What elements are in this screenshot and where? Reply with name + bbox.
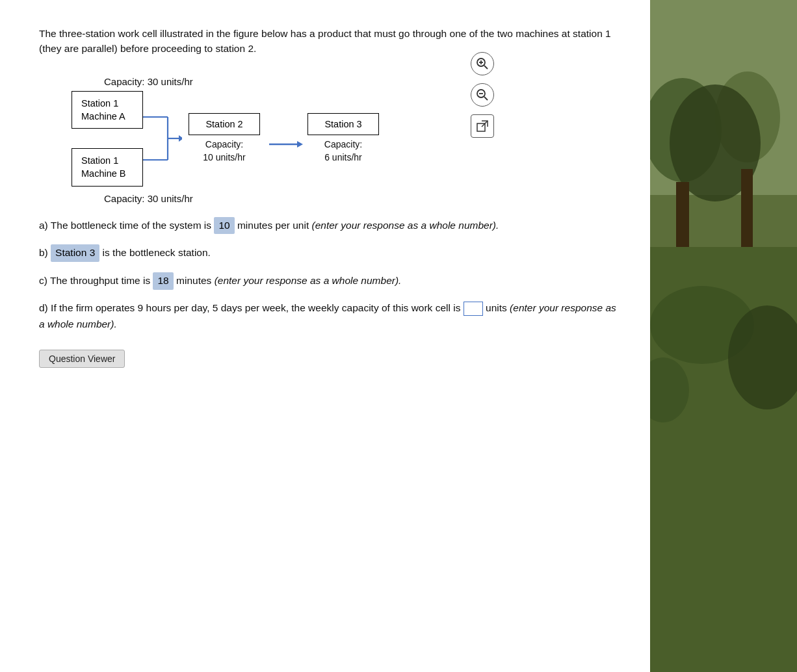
capacity-top-label: Capacity: 30 units/hr — [104, 76, 193, 87]
question-c-answer: 18 — [153, 272, 173, 290]
toolbar — [471, 52, 494, 138]
question-d-suffix: units — [486, 302, 507, 313]
question-b-suffix: is the bottleneck station. — [103, 247, 211, 258]
bracket-svg — [143, 103, 182, 174]
question-c: c) The throughput time is 18 minutes (en… — [39, 272, 618, 290]
right-scenic-panel — [650, 0, 797, 672]
external-link-button[interactable] — [471, 114, 494, 138]
zoom-in-button[interactable] — [471, 52, 494, 75]
question-b-answer: Station 3 — [51, 244, 99, 262]
question-c-prefix: c) The throughput time is — [39, 275, 150, 286]
question-d-prefix: d) If the firm operates 9 hours per day,… — [39, 302, 460, 313]
station1a-line2: Machine A — [81, 111, 125, 122]
zoom-out-button[interactable] — [471, 83, 494, 107]
question-c-italic: (enter your response as a whole number). — [215, 275, 402, 286]
station3-group: Station 3 Capacity: 6 units/hr — [307, 113, 379, 164]
arrow-to-station3 — [269, 123, 305, 153]
station1b-line2: Machine B — [81, 168, 126, 179]
capacity-bottom-label: Capacity: 30 units/hr — [104, 193, 193, 204]
intro-paragraph: The three-station work cell illustrated … — [39, 26, 618, 57]
zoom-in-icon — [476, 57, 489, 70]
question-a: a) The bottleneck time of the system is … — [39, 217, 618, 235]
station1b-box: Station 1 Machine B — [72, 148, 143, 187]
station1-column: Station 1 Machine A Station 1 Machine B — [72, 91, 143, 187]
question-d-input[interactable] — [464, 302, 483, 316]
scenic-background — [650, 0, 797, 672]
diagram: Capacity: 30 units/hr Station 1 Machine … — [39, 76, 618, 204]
station3-capacity-label: Capacity: — [324, 139, 362, 149]
station3-box: Station 3 — [307, 113, 379, 135]
station2-capacity-label: Capacity: — [205, 139, 243, 149]
arrow-svg — [269, 135, 305, 153]
svg-line-1 — [484, 66, 488, 69]
svg-rect-21 — [676, 182, 689, 247]
question-a-suffix: minutes per unit — [237, 220, 309, 231]
question-a-prefix: a) The bottleneck time of the system is — [39, 220, 211, 231]
station2-capacity-value: 10 units/hr — [203, 152, 245, 162]
questions-section: a) The bottleneck time of the system is … — [39, 217, 618, 368]
svg-line-5 — [484, 97, 488, 100]
question-b: b) Station 3 is the bottleneck station. — [39, 244, 618, 262]
question-d: d) If the firm operates 9 hours per day,… — [39, 300, 618, 333]
bracket-arrow-group — [143, 103, 182, 174]
question-b-prefix: b) — [39, 247, 48, 258]
station2-capacity: Capacity: 10 units/hr — [203, 138, 245, 164]
svg-rect-22 — [741, 169, 753, 247]
station1b-line1: Station 1 — [81, 155, 118, 166]
station3-capacity-value: 6 units/hr — [324, 152, 362, 162]
svg-marker-13 — [179, 135, 182, 142]
main-content: The three-station work cell illustrated … — [0, 0, 650, 672]
svg-marker-15 — [297, 141, 303, 148]
station3-capacity: Capacity: 6 units/hr — [324, 138, 362, 164]
question-c-suffix: minutes — [176, 275, 211, 286]
zoom-out-icon — [476, 88, 489, 101]
external-link-icon — [477, 120, 488, 132]
question-a-answer: 10 — [214, 217, 234, 235]
station2-group: Station 2 Capacity: 10 units/hr — [189, 113, 260, 164]
question-viewer-button[interactable]: Question Viewer — [39, 350, 125, 368]
station1a-line1: Station 1 — [81, 98, 118, 109]
question-a-italic: (enter your response as a whole number). — [312, 220, 499, 231]
station1a-box: Station 1 Machine A — [72, 91, 143, 129]
station2-box: Station 2 — [189, 113, 260, 135]
